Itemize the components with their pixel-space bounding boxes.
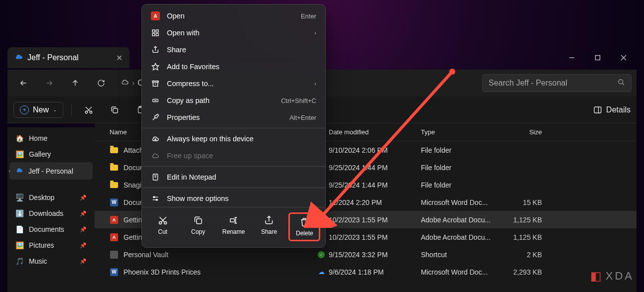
ctx-action-label: Delete [296,230,313,237]
search-input[interactable]: Search Jeff - Personal [482,74,632,92]
ctx-action-delete[interactable]: Delete [288,212,320,241]
notepad-icon [151,173,160,182]
close-tab-icon[interactable]: ✕ [116,53,123,63]
ctx-open-with[interactable]: Open with › [142,24,325,41]
chevron-right-icon[interactable]: › [8,168,10,174]
cloud-icon [151,151,160,160]
ctx-share[interactable]: Share [142,41,325,58]
ctx-label: Open [167,12,184,20]
home-icon: 🏠 [15,134,24,142]
ctx-show-more[interactable]: Show more options [142,190,325,207]
sidebar-label: Music [29,257,47,265]
forward-button[interactable] [38,74,60,92]
watermark-text: XDA [606,270,634,283]
sidebar-item-pictures[interactable]: 🖼️ Pictures 📌 [9,237,93,253]
pin-icon: 📌 [80,242,87,249]
ctx-label: Add to Favorites [167,63,220,71]
close-button[interactable] [611,48,637,68]
col-date-header[interactable]: Date modified [329,128,421,136]
ctx-action-bar: Cut Copy Rename Share Delete [142,207,325,244]
tab-jeff-personal[interactable]: Jeff - Personal ✕ [7,47,129,68]
share-icon [151,45,160,54]
address-chevron: › [132,79,134,88]
ctx-keep-on-device[interactable]: Always keep on this device [142,130,325,147]
onedrive-icon [15,166,23,176]
ctx-free-space: Free up space [142,147,325,164]
ctx-shortcut: Alt+Enter [289,114,316,121]
ctx-edit-notepad[interactable]: Edit in Notepad [142,169,325,186]
ctx-favorites[interactable]: Add to Favorites [142,58,325,75]
ctx-action-cut[interactable]: Cut [147,212,179,241]
sidebar-item-desktop[interactable]: 🖥️ Desktop 📌 [9,190,93,205]
ctx-label: Always keep on this device [167,135,254,143]
ctx-label: Properties [167,113,200,121]
col-type-header[interactable]: Type [421,128,498,136]
file-row[interactable]: Personal Vault✓9/15/2024 3:32 PMShortcut… [95,246,637,263]
sidebar-item-downloads[interactable]: ⬇️ Downloads 📌 [9,205,93,221]
ctx-label: Edit in Notepad [167,173,216,181]
new-button[interactable]: + New ⌄ [13,102,63,118]
sidebar-item-gallery[interactable]: 🖼️ Gallery [9,146,93,162]
gallery-icon: 🖼️ [15,150,24,158]
details-button[interactable]: Details [593,105,631,114]
svg-rect-13 [152,30,155,32]
ctx-action-label: Cut [158,228,167,235]
svg-rect-11 [594,107,601,113]
ctx-action-rename[interactable]: Rename [218,212,250,241]
sidebar-label: Jeff - Personal [28,167,73,175]
ctx-action-label: Rename [222,228,245,235]
ctx-action-share[interactable]: Share [253,212,285,241]
svg-line-5 [622,83,624,85]
ctx-shortcut: Ctrl+Shift+C [281,97,316,104]
maximize-button[interactable] [585,48,611,68]
copy-button[interactable] [106,101,124,119]
svg-point-33 [164,222,166,224]
watermark: ◧ XDA [590,269,634,283]
plus-icon: + [20,105,29,114]
downloads-icon: ⬇️ [15,209,24,217]
ctx-action-label: Copy [191,228,205,235]
pin-icon: 📌 [80,195,87,201]
pin-icon: 📌 [80,226,87,233]
file-row[interactable]: WPhoenix 3D Prints Prices☁9/6/2024 1:18 … [95,263,637,281]
chevron-down-icon: ⌄ [53,107,57,112]
ctx-action-copy[interactable]: Copy [182,212,214,241]
acrobat-icon: A [151,11,160,20]
ctx-copy-path[interactable]: Copy as path Ctrl+Shift+C [142,92,325,109]
sidebar-item-jeff-personal[interactable]: › Jeff - Personal [9,162,93,180]
svg-point-6 [85,111,88,113]
sidebar-item-music[interactable]: 🎵 Music 📌 [9,253,93,269]
pictures-icon: 🖼️ [15,241,24,249]
svg-rect-14 [156,30,158,32]
svg-point-4 [619,79,623,84]
minimize-button[interactable] [559,48,585,68]
col-size-header[interactable]: Size [498,128,548,136]
separator [142,188,325,188]
svg-rect-16 [156,33,158,36]
sidebar-label: Documents [29,225,64,233]
up-button[interactable] [64,74,86,92]
chevron-right-icon: › [314,81,316,87]
refresh-button[interactable] [90,74,112,92]
sidebar-item-home[interactable]: 🏠 Home [9,130,93,146]
back-button[interactable] [12,74,34,92]
sidebar-item-documents[interactable]: 📄 Documents 📌 [9,221,93,237]
separator [142,166,325,167]
svg-rect-34 [196,219,201,224]
cut-button[interactable] [80,101,98,119]
onedrive-icon [14,52,23,63]
sidebar-label: Desktop [29,194,54,201]
ctx-action-label: Share [261,228,277,235]
tab-title: Jeff - Personal [27,53,79,62]
ctx-compress[interactable]: Compress to... › [142,75,325,92]
grid-icon [151,28,160,37]
svg-point-7 [90,111,92,113]
details-label: Details [606,105,631,114]
ctx-properties[interactable]: Properties Alt+Enter [142,109,325,126]
svg-point-24 [155,139,156,140]
search-icon [618,79,625,88]
ctx-open[interactable]: A Open Enter [142,7,325,24]
svg-rect-35 [230,219,234,222]
ctx-shortcut: Enter [301,12,316,20]
separator [142,128,325,128]
